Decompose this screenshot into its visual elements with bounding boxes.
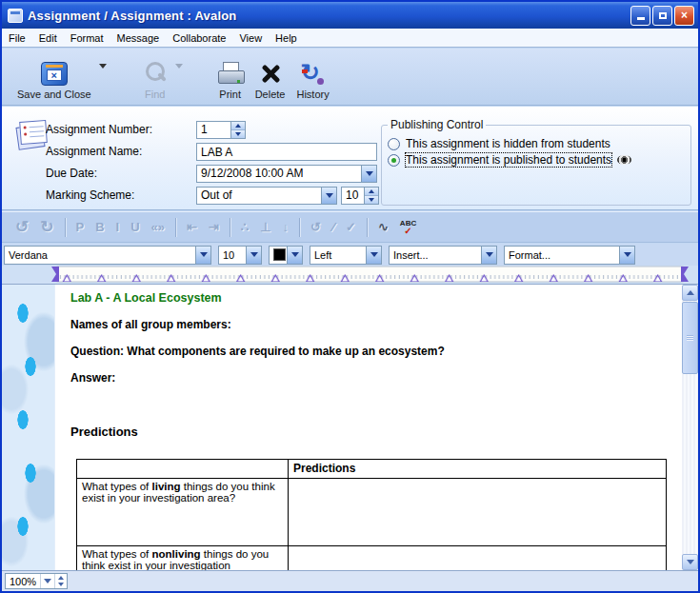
italic-icon: I xyxy=(110,218,126,236)
due-date-combobox[interactable]: 9/12/2008 10:00 AM xyxy=(196,165,377,183)
close-button[interactable]: × xyxy=(674,6,694,26)
check-icon: ✓ xyxy=(340,218,362,236)
menu-help[interactable]: Help xyxy=(269,30,304,47)
alignment-select[interactable]: Left xyxy=(310,246,382,265)
maximize-button[interactable] xyxy=(652,6,672,26)
nonliving-answer-cell[interactable] xyxy=(289,546,667,571)
menu-message[interactable]: Message xyxy=(110,30,167,47)
scroll-up-button[interactable] xyxy=(682,285,698,301)
published-option-row[interactable]: This assignment is published to students xyxy=(388,153,685,167)
font-size-dropdown-button[interactable] xyxy=(246,247,261,264)
print-icon xyxy=(217,62,244,86)
due-date-dropdown-button[interactable] xyxy=(361,166,376,182)
font-color-select[interactable] xyxy=(269,246,303,265)
question-line: Question: What components are required t… xyxy=(70,345,445,358)
living-answer-cell[interactable] xyxy=(289,479,667,546)
marking-scheme-combobox[interactable]: Out of xyxy=(196,187,337,205)
predictions-table: Predictions What types of living things … xyxy=(76,459,667,570)
marking-scheme-label: Marking Scheme: xyxy=(46,188,134,202)
hidden-radio[interactable] xyxy=(388,138,400,150)
table-corner-cell xyxy=(77,460,289,479)
outdent-icon: ⇤ xyxy=(181,218,203,236)
assignment-name-field[interactable] xyxy=(196,143,377,161)
quote-icon: «» xyxy=(146,218,170,236)
spellcheck-icon[interactable]: ABC ✓ xyxy=(394,219,422,236)
save-and-close-button[interactable]: × Save and Close xyxy=(11,60,97,102)
publishing-control-group: Publishing Control This assignment is hi… xyxy=(381,118,691,206)
ruler[interactable] xyxy=(50,266,690,284)
scroll-down-button[interactable] xyxy=(682,554,698,570)
zoom-dropdown-button[interactable] xyxy=(40,574,54,588)
undo-icon: ↺ xyxy=(10,215,34,239)
table-row: What types of nonliving things do you th… xyxy=(77,546,667,571)
font-family-select[interactable]: Verdana xyxy=(4,246,211,265)
assignment-name-input[interactable] xyxy=(201,146,376,159)
bold-icon: B xyxy=(90,218,110,236)
zoom-control[interactable]: 100% xyxy=(5,573,68,589)
paragraph-icon: P xyxy=(70,218,90,236)
status-bar: 100% xyxy=(2,570,698,591)
print-button[interactable]: Print xyxy=(211,60,250,102)
format-select[interactable]: Format... xyxy=(504,246,635,265)
insert-marker-icon: ∴ xyxy=(235,218,254,236)
menu-collaborate[interactable]: Collaborate xyxy=(166,30,232,47)
signature-icon[interactable]: ∿ xyxy=(372,218,394,236)
font-family-dropdown-button[interactable] xyxy=(195,247,210,264)
names-line: Names of all group members: xyxy=(70,318,231,331)
history-icon: ↻ xyxy=(301,61,326,86)
underline-icon: U xyxy=(125,218,145,236)
notebook-margin-decoration xyxy=(2,285,55,570)
delete-button[interactable]: Delete xyxy=(250,60,291,102)
marking-scheme-dropdown-button[interactable] xyxy=(321,188,336,204)
font-size-select[interactable]: 10 xyxy=(218,246,262,265)
insert-dropdown-button[interactable] xyxy=(481,247,496,264)
indent-icon: ⇥ xyxy=(203,218,225,236)
assignment-name-label: Assignment Name: xyxy=(46,145,142,158)
menu-format[interactable]: Format xyxy=(64,30,110,47)
zoom-spinner[interactable] xyxy=(54,574,67,588)
font-color-dropdown-button[interactable] xyxy=(287,247,302,264)
menu-edit[interactable]: Edit xyxy=(32,30,64,47)
predictions-column-header: Predictions xyxy=(289,460,667,479)
vertical-scrollbar[interactable] xyxy=(682,285,698,570)
find-dropdown-caret xyxy=(175,64,183,69)
formatting-toolbar: ↺ ↻ P B I U «» ⇤ ⇥ ∴ ⊥ ↓ ↺ ∕ ✓ ∿ ABC ✓ xyxy=(2,211,698,243)
marking-points-field[interactable]: 10 xyxy=(341,187,379,205)
title-bar: Assignment / Assignment : Avalon × xyxy=(2,2,698,29)
save-dropdown-caret[interactable] xyxy=(99,64,107,69)
menu-view[interactable]: View xyxy=(232,30,269,47)
history-button[interactable]: ↻ History xyxy=(290,59,334,102)
nonliving-question-cell: What types of nonliving things do you th… xyxy=(77,546,289,571)
assignment-number-field[interactable]: 1 xyxy=(196,121,246,139)
assignment-header-panel: Assignment Number: 1 Assignment Name: Du… xyxy=(2,107,698,210)
published-radio-label[interactable]: This assignment is published to students xyxy=(406,153,611,167)
find-icon xyxy=(143,61,168,86)
rotate-icon: ↺ xyxy=(305,218,327,236)
find-button: Find xyxy=(137,59,173,102)
document-editor[interactable]: Lab A - A Local Ecosystem Names of all g… xyxy=(2,284,698,570)
application-window: Assignment / Assignment : Avalon × File … xyxy=(0,0,700,593)
delete-icon xyxy=(259,62,282,86)
hidden-radio-label[interactable]: This assignment is hidden from students xyxy=(406,137,610,150)
app-icon xyxy=(8,9,23,23)
insert-select[interactable]: Insert... xyxy=(389,246,497,265)
pen-icon: ∕ xyxy=(327,218,340,236)
zoom-level: 100% xyxy=(6,576,40,587)
hidden-option-row[interactable]: This assignment is hidden from students xyxy=(388,137,685,150)
document-heading: Lab A - A Local Ecosystem xyxy=(70,291,222,305)
format-dropdown-button[interactable] xyxy=(619,247,634,264)
redo-icon: ↻ xyxy=(34,215,59,239)
alignment-dropdown-button[interactable] xyxy=(366,247,381,264)
menu-file[interactable]: File xyxy=(2,30,32,47)
living-question-cell: What types of living things do you think… xyxy=(77,479,289,546)
menu-bar: File Edit Format Message Collaborate Vie… xyxy=(2,29,698,48)
scrollbar-thumb[interactable] xyxy=(682,302,698,374)
marking-points-spinner[interactable] xyxy=(364,188,378,204)
color-swatch xyxy=(273,248,286,261)
assignment-number-spinner[interactable] xyxy=(230,122,245,138)
eye-icon xyxy=(617,155,631,165)
minimize-button[interactable] xyxy=(630,6,650,26)
save-icon: × xyxy=(41,62,68,86)
published-radio[interactable] xyxy=(388,154,400,167)
answer-line: Answer: xyxy=(70,371,115,385)
